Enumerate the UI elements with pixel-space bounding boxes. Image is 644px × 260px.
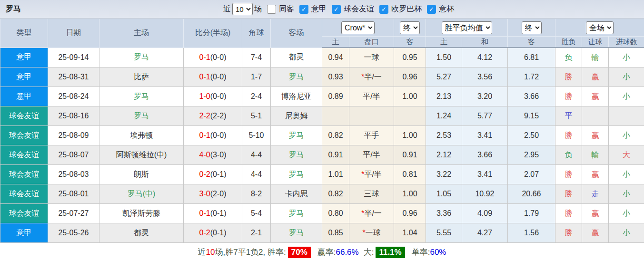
recent-count-select[interactable]: 10 xyxy=(232,3,253,15)
away-team-cell: 卡内思 xyxy=(271,184,322,204)
result-cell: 勝 xyxy=(555,87,582,106)
avg-away-cell: 2.07 xyxy=(508,165,555,184)
avg-odds-type-select[interactable]: 胜平负均值 xyxy=(442,21,492,34)
goals-mark: 小 xyxy=(623,190,630,198)
avg-draw-cell: 4.09 xyxy=(462,204,508,223)
handicap-cell: 平/半 xyxy=(349,87,394,106)
half-score: (2-0) xyxy=(210,190,227,198)
team-title: 罗马 xyxy=(6,4,21,14)
result-cell: 负 xyxy=(555,48,582,67)
date-cell: 25-05-26 xyxy=(48,223,99,243)
away-odds-cell: 1.00 xyxy=(394,126,426,145)
matches-label: 场 xyxy=(254,4,262,14)
coppa-italia-label: 意杯 xyxy=(439,4,454,14)
handicap-result-cell: 輸 xyxy=(582,48,609,67)
same-venue-checkbox[interactable] xyxy=(267,5,276,14)
odds-time-select[interactable]: 终 xyxy=(400,21,420,34)
europa-league-checkbox[interactable] xyxy=(379,5,388,14)
home-odds-cell xyxy=(322,106,349,126)
coppa-italia-checkbox[interactable] xyxy=(427,5,436,14)
home-odds-cell: 0.94 xyxy=(322,48,349,67)
goals-cell: 小 xyxy=(609,126,644,145)
avg-away-cell: 1.56 xyxy=(508,223,555,243)
home-team: 罗马(中) xyxy=(128,190,156,198)
avg-away-cell: 9.15 xyxy=(508,106,555,126)
single-rate-value: 60% xyxy=(430,248,446,257)
col-home: 主场 xyxy=(99,19,184,48)
avg-home-cell: 3.36 xyxy=(426,204,462,223)
home-team-cell: 埃弗顿 xyxy=(99,126,184,145)
corner-cell: 4-4 xyxy=(242,145,271,165)
away-odds-cell: 0.96 xyxy=(394,204,426,223)
date-cell: 25-07-27 xyxy=(48,204,99,223)
match-row: 意甲 25-05-26 都灵 0-2(0-1) 2-1 罗马 0.85 *一球 … xyxy=(0,223,644,243)
odds-company-select[interactable]: Crow* xyxy=(341,21,375,34)
half-score: (0-1) xyxy=(210,209,227,217)
handicap-line: 平/半 xyxy=(364,170,381,178)
half-score: (0-0) xyxy=(210,53,227,61)
avg-odds-time-select[interactable]: 终 xyxy=(522,21,542,34)
avg-away-cell: 1.79 xyxy=(508,204,555,223)
corner-cell: 7-4 xyxy=(242,48,271,67)
col-score: 比分(半场) xyxy=(184,19,242,48)
handicap-result-mark: 赢 xyxy=(592,209,599,217)
home-team: 朗斯 xyxy=(134,170,149,178)
scope-select[interactable]: 全场 xyxy=(586,21,614,34)
avg-draw-cell: 3.41 xyxy=(462,126,508,145)
avg-draw-cell: 3.66 xyxy=(462,145,508,165)
result-cell: 勝 xyxy=(555,67,582,87)
handicap-cell: 三球 xyxy=(349,184,394,204)
handicap-result-mark: 赢 xyxy=(592,229,599,237)
date-cell: 25-08-31 xyxy=(48,67,99,87)
handicap-line: 平/半 xyxy=(363,151,380,159)
match-row: 球会友谊 25-08-01 罗马(中) 3-0(2-0) 8-2 卡内思 0.8… xyxy=(0,184,644,204)
score-cell: 2-2(2-2) xyxy=(184,106,242,126)
handicap-cell: 平手 xyxy=(349,126,394,145)
goals-cell: 小 xyxy=(609,204,644,223)
away-odds-cell: 1.00 xyxy=(394,184,426,204)
home-team-cell: 朗斯 xyxy=(99,165,184,184)
corner-cell: 2-4 xyxy=(242,87,271,106)
away-team: 罗马 xyxy=(289,229,304,237)
handicap-result-mark: 赢 xyxy=(592,170,599,178)
result-mark: 负 xyxy=(565,151,573,159)
handicap-result-mark: 赢 xyxy=(592,92,599,100)
home-odds-cell: 0.82 xyxy=(322,184,349,204)
match-row: 意甲 25-08-31 比萨 0-1(0-0) 1-7 罗马 0.93 *半/一… xyxy=(0,67,644,87)
full-score: 1-0 xyxy=(199,92,210,100)
full-score: 3-0 xyxy=(199,190,210,198)
half-score: (2-2) xyxy=(210,112,227,120)
league-cell: 球会友谊 xyxy=(0,204,48,223)
score-cell: 0-2(0-1) xyxy=(184,165,242,184)
europa-league-label: 欧罗巴杯 xyxy=(391,4,422,14)
away-team-cell: 罗马 xyxy=(271,145,322,165)
handicap-cell: *半/一 xyxy=(349,67,394,87)
home-team: 都灵 xyxy=(134,229,149,237)
away-team-cell: 罗马 xyxy=(271,165,322,184)
league-cell: 球会友谊 xyxy=(0,165,48,184)
score-cell: 3-0(2-0) xyxy=(184,184,242,204)
match-row: 意甲 25-08-24 罗马 1-0(0-0) 2-4 博洛尼亚 0.89 平/… xyxy=(0,87,644,106)
avg-draw-cell: 3.41 xyxy=(462,165,508,184)
match-history-table: 类型 日期 主场 比分(半场) 角球 客场 Crow* 终 胜平负均值 xyxy=(0,19,644,243)
away-odds-cell: 0.96 xyxy=(394,67,426,87)
avg-odds-group: 胜平负均值 xyxy=(426,19,508,37)
away-odds-cell: 1.00 xyxy=(394,87,426,106)
league-cell: 意甲 xyxy=(0,223,48,243)
result-mark: 平 xyxy=(565,112,573,120)
handicap-result-mark: 赢 xyxy=(592,73,599,81)
big-rate-label: 大: xyxy=(364,247,374,258)
avg-draw-cell: 3.20 xyxy=(462,87,508,106)
avg-home-cell: 1.05 xyxy=(426,184,462,204)
home-odds-cell: 0.80 xyxy=(322,204,349,223)
sub-col-avg-home: 主 xyxy=(426,37,462,48)
corner-cell: 5-1 xyxy=(242,106,271,126)
goals-cell: 小 xyxy=(609,48,644,67)
club-friendly-checkbox[interactable] xyxy=(332,5,341,14)
serie-a-checkbox[interactable] xyxy=(299,5,308,14)
home-team-cell: 阿斯顿维拉(中) xyxy=(99,145,184,165)
half-score: (0-0) xyxy=(210,131,227,139)
full-score: 4-0 xyxy=(199,151,210,159)
avg-draw-cell: 4.27 xyxy=(462,223,508,243)
date-cell: 25-08-16 xyxy=(48,106,99,126)
